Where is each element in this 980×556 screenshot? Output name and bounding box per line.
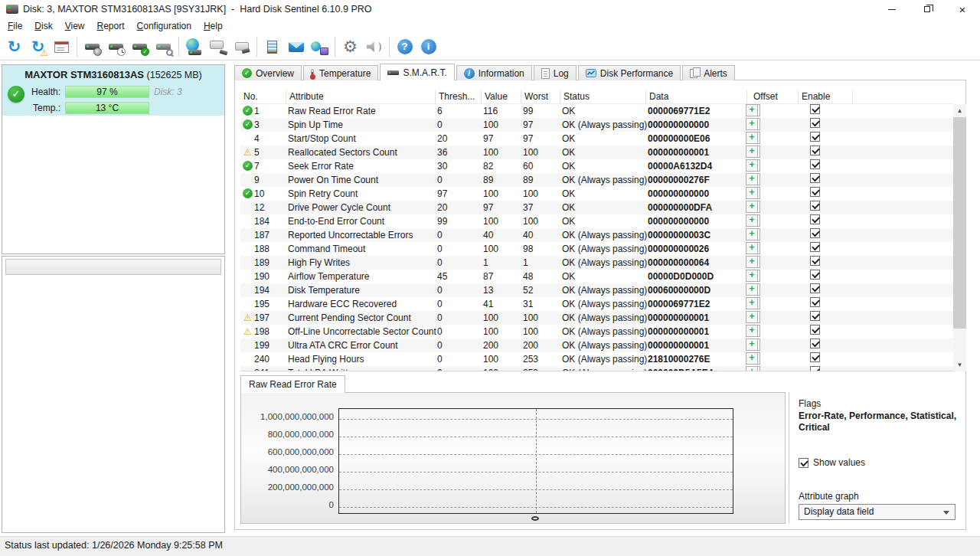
enable-checkbox[interactable] <box>810 256 820 266</box>
table-row[interactable]: 194Disk Temperature01352OK (Always passi… <box>240 283 953 297</box>
offset-increase-button[interactable]: + <box>746 159 758 172</box>
menu-item-file[interactable]: File <box>2 18 28 34</box>
info-button[interactable]: i <box>416 35 440 58</box>
table-row[interactable]: ✓3Spin Up Time010097OK (Always passing)0… <box>240 118 953 132</box>
email-button[interactable] <box>284 35 308 58</box>
table-row[interactable]: 184End-to-End Error Count99100100OK00000… <box>240 214 953 228</box>
offset-increase-button[interactable]: + <box>746 118 758 130</box>
enable-checkbox[interactable] <box>810 339 820 348</box>
disk-remove-button[interactable] <box>206 35 230 58</box>
menu-item-help[interactable]: Help <box>198 18 229 34</box>
enable-checkbox[interactable] <box>810 325 820 335</box>
help-button[interactable]: ? <box>393 35 416 58</box>
tab-temperature[interactable]: Temperature <box>303 65 378 80</box>
table-row[interactable]: ✓7Seek Error Rate308260OK00000A6132D4−0+ <box>240 159 953 173</box>
enable-checkbox[interactable] <box>810 228 820 238</box>
enable-checkbox[interactable] <box>810 104 820 114</box>
graph-tab[interactable]: Raw Read Error Rate <box>240 375 345 393</box>
tab-overview[interactable]: ✓Overview <box>234 65 302 80</box>
enable-checkbox[interactable] <box>810 159 820 169</box>
tab-information[interactable]: iInformation <box>456 65 532 80</box>
scroll-up-button[interactable]: ▲ <box>953 104 966 117</box>
disk-search-button[interactable] <box>152 35 175 58</box>
enable-checkbox[interactable] <box>810 242 820 252</box>
column-header-status[interactable]: Status <box>560 90 646 104</box>
refresh-button[interactable]: ↻ <box>2 35 26 58</box>
tab-log[interactable]: Log <box>534 65 577 80</box>
table-row[interactable]: ⚠198Off-Line Uncorrectable Sector Count0… <box>240 325 953 339</box>
menu-item-disk[interactable]: Disk <box>28 18 58 34</box>
offset-increase-button[interactable]: + <box>746 283 758 296</box>
table-row[interactable]: 241Total LBA Written0100253OK (Always pa… <box>240 366 953 371</box>
offset-increase-button[interactable]: + <box>746 311 758 323</box>
sidebar-lower-header[interactable] <box>5 259 221 275</box>
offset-increase-button[interactable]: + <box>746 132 758 144</box>
offset-increase-button[interactable]: + <box>746 366 758 371</box>
table-row[interactable]: 199Ultra ATA CRC Error Count0200200OK (A… <box>240 339 953 352</box>
enable-checkbox[interactable] <box>810 270 820 280</box>
disk-insert-button[interactable] <box>230 35 253 58</box>
column-header-no[interactable]: No. <box>240 90 286 104</box>
column-header-value[interactable]: Value <box>482 90 521 104</box>
table-row[interactable]: 9Power On Time Count08989OK (Always pass… <box>240 173 953 187</box>
enable-checkbox[interactable] <box>810 146 820 155</box>
menu-item-report[interactable]: Report <box>91 18 131 34</box>
enable-checkbox[interactable] <box>810 187 820 197</box>
restore-button[interactable] <box>910 0 945 18</box>
attribute-graph-select[interactable]: Display data field <box>799 504 956 520</box>
table-row[interactable]: 188Command Timeout010098OK (Always passi… <box>240 242 953 256</box>
notes-button[interactable] <box>260 35 284 58</box>
table-row[interactable]: 189High Fly Writes011OK (Always passing)… <box>240 256 953 270</box>
refresh-warning-button[interactable]: ↻⚠ <box>26 35 50 58</box>
table-row[interactable]: ⚠5Reallocated Sectors Count36100100OK000… <box>240 146 953 159</box>
table-row[interactable]: 190Airflow Temperature458748OK00000D0D00… <box>240 270 953 283</box>
scrollbar-thumb[interactable] <box>953 117 966 329</box>
enable-checkbox[interactable] <box>810 201 820 211</box>
offset-increase-button[interactable]: + <box>746 339 758 351</box>
tab-s-m-a-r-t[interactable]: S.M.A.R.T. <box>380 64 454 80</box>
enable-checkbox[interactable] <box>810 311 820 321</box>
tab-alerts[interactable]: Alerts <box>682 65 735 80</box>
tab-disk-performance[interactable]: Disk Performance <box>578 65 681 80</box>
offset-increase-button[interactable]: + <box>746 256 758 268</box>
enable-checkbox[interactable] <box>810 214 820 224</box>
column-header-data[interactable]: Data <box>646 90 747 104</box>
selected-disk-card[interactable]: MAXTOR STM3160813AS (152625 MB) ✓ Health… <box>2 65 224 116</box>
enable-checkbox[interactable] <box>810 118 820 128</box>
offset-increase-button[interactable]: + <box>746 352 758 365</box>
column-header-worst[interactable]: Worst <box>521 90 560 104</box>
close-button[interactable]: × <box>945 0 980 18</box>
table-row[interactable]: 240Head Flying Hours0100253OK (Always pa… <box>240 352 953 366</box>
column-header-thresh[interactable]: Thresh... <box>436 90 482 104</box>
offset-increase-button[interactable]: + <box>746 104 758 116</box>
table-row[interactable]: 4Start/Stop Count209797OK000000000E06−0+ <box>240 132 953 146</box>
enable-checkbox[interactable] <box>810 297 820 307</box>
column-header-enable[interactable]: Enable <box>799 90 853 104</box>
menu-item-configuration[interactable]: Configuration <box>131 18 198 34</box>
settings-button[interactable]: ⚙ <box>338 35 362 58</box>
minimize-button[interactable] <box>874 0 910 18</box>
offset-increase-button[interactable]: + <box>746 228 758 240</box>
column-header-offset[interactable]: Offset <box>747 90 799 104</box>
column-header-attribute[interactable]: Attribute <box>286 90 436 104</box>
offset-increase-button[interactable]: + <box>746 214 758 227</box>
table-row[interactable]: 12Drive Power Cycle Count209737OK0000000… <box>240 201 953 214</box>
sounds-button[interactable] <box>362 35 386 58</box>
show-values-checkbox[interactable] <box>799 458 808 468</box>
disk-clock-button[interactable] <box>104 35 128 58</box>
offset-increase-button[interactable]: + <box>746 270 758 282</box>
table-scrollbar[interactable]: ▲ ▼ <box>953 104 966 371</box>
disk-acoustic-button[interactable] <box>80 35 104 58</box>
enable-checkbox[interactable] <box>810 283 820 293</box>
enable-checkbox[interactable] <box>810 173 820 183</box>
offset-increase-button[interactable]: + <box>746 201 758 213</box>
offset-increase-button[interactable]: + <box>746 146 758 158</box>
offset-increase-button[interactable]: + <box>746 242 758 254</box>
enable-checkbox[interactable] <box>810 352 820 362</box>
enable-checkbox[interactable] <box>810 366 820 371</box>
disk-network-button[interactable] <box>182 35 206 58</box>
scroll-down-button[interactable]: ▼ <box>953 358 966 371</box>
enable-checkbox[interactable] <box>810 132 820 142</box>
offset-increase-button[interactable]: + <box>746 325 758 337</box>
disk-ok-button[interactable]: ✓ <box>128 35 152 58</box>
